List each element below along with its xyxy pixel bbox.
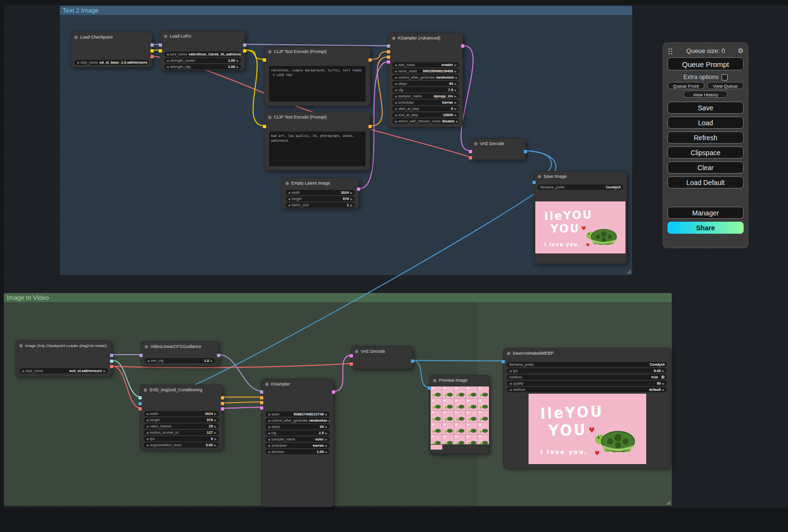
decrement-arrow-icon[interactable]: ◀ bbox=[394, 107, 397, 110]
increment-arrow-icon[interactable]: ▶ bbox=[454, 107, 457, 110]
node-load-checkpoint[interactable]: Load Checkpoint ◀ckpt_namesd_xl_base_1.0… bbox=[70, 32, 152, 67]
collapse-dot-icon[interactable] bbox=[74, 36, 78, 39]
widget-scheduler[interactable]: ◀schedulerkarras▶ bbox=[392, 100, 459, 105]
node-title-bar[interactable]: Load Checkpoint bbox=[71, 32, 152, 42]
samples-input-port[interactable] bbox=[350, 354, 353, 358]
widget-steps[interactable]: ◀steps40▶ bbox=[392, 81, 459, 86]
decrement-arrow-icon[interactable]: ◀ bbox=[146, 443, 149, 447]
increment-arrow-icon[interactable]: ▶ bbox=[329, 419, 330, 422]
widget-filename_prefix[interactable]: filename_prefixComfyUI bbox=[538, 185, 623, 190]
node-ksampler[interactable]: KSampler ◀seed508627498122746▶◀control_a… bbox=[261, 379, 334, 507]
widget-noise_seed[interactable]: ◀noise_seed990155496226408▶ bbox=[392, 68, 459, 74]
images-input-port[interactable] bbox=[428, 386, 431, 390]
vae-output-port[interactable] bbox=[150, 55, 154, 58]
node-title-bar[interactable]: Image Only Checkpoint Loader (img2vid mo… bbox=[16, 341, 111, 350]
increment-arrow-icon[interactable]: ▶ bbox=[454, 94, 457, 98]
clip-vision-input-port[interactable] bbox=[138, 396, 142, 399]
widget-strength_model[interactable]: ◀strength_model1.00▶ bbox=[164, 58, 241, 63]
widget-fps[interactable]: ◀fps6.00▶ bbox=[507, 368, 667, 373]
node-ksampler-advanced[interactable]: KSampler (Advanced) ◀add_noiseenable▶◀no… bbox=[388, 33, 463, 127]
decrement-arrow-icon[interactable]: ◀ bbox=[288, 191, 290, 194]
image-output-port[interactable] bbox=[411, 359, 414, 363]
decrement-arrow-icon[interactable]: ◀ bbox=[394, 69, 397, 73]
conditioning-output-port[interactable] bbox=[368, 58, 372, 62]
widget-add_noise[interactable]: ◀add_noiseenable▶ bbox=[392, 62, 459, 67]
node-clip-text-encode-negative[interactable]: CLIP Text Encode (Prompt) bad art, low q… bbox=[264, 112, 370, 171]
view-history-button[interactable]: View History bbox=[683, 91, 728, 98]
increment-arrow-icon[interactable]: ▶ bbox=[350, 197, 353, 200]
node-vae-decode[interactable]: VAE Decode bbox=[470, 138, 526, 160]
widget-return_with_leftover_noise[interactable]: ◀return_with_leftover_noisedisable▶ bbox=[392, 119, 459, 124]
increment-arrow-icon[interactable]: ▶ bbox=[456, 76, 458, 79]
widget-fps[interactable]: ◀fps6▶ bbox=[144, 436, 219, 441]
vae-output-port[interactable] bbox=[110, 365, 113, 368]
node-title-bar[interactable]: Save Image bbox=[534, 172, 626, 181]
widget-cfg[interactable]: ◀cfg2.5▶ bbox=[265, 430, 330, 436]
prompt-textarea[interactable]: bad art, low quality, 3d, photograph, an… bbox=[269, 132, 366, 166]
widget-lora_name[interactable]: ◀lora_namevalentines_Cards_XL.safetensor… bbox=[164, 52, 241, 57]
decrement-arrow-icon[interactable]: ◀ bbox=[394, 113, 397, 117]
decrement-arrow-icon[interactable]: ◀ bbox=[509, 382, 512, 385]
node-vae-decode-2[interactable]: VAE Decode bbox=[351, 346, 413, 369]
widget-seed[interactable]: ◀seed508627498122746▶ bbox=[265, 412, 330, 417]
increment-arrow-icon[interactable]: ▶ bbox=[325, 444, 327, 447]
widget-height[interactable]: ◀height576▶ bbox=[285, 196, 355, 201]
increment-arrow-icon[interactable]: ▶ bbox=[214, 425, 217, 428]
widget-control_after_generate[interactable]: ◀control_after_generaterandomize▶ bbox=[265, 418, 330, 423]
latent-input-port[interactable] bbox=[260, 406, 263, 410]
node-title-bar[interactable]: CLIP Text Encode (Prompt) bbox=[265, 47, 370, 56]
image-output-port[interactable] bbox=[524, 150, 527, 153]
collapse-dot-icon[interactable] bbox=[164, 35, 167, 38]
widget-height[interactable]: ◀height576▶ bbox=[144, 417, 219, 423]
increment-arrow-icon[interactable]: ▶ bbox=[662, 382, 665, 385]
decrement-arrow-icon[interactable]: ◀ bbox=[288, 203, 290, 207]
collapse-dot-icon[interactable] bbox=[507, 352, 510, 355]
node-preview-image[interactable]: Preview Image I♥I♥I♥I♥I♥I♥I♥I♥I♥I♥I♥I♥I♥… bbox=[429, 375, 489, 454]
widget-cfg[interactable]: ◀cfg7.5▶ bbox=[392, 87, 459, 93]
images-input-port[interactable] bbox=[502, 360, 505, 363]
node-title-bar[interactable]: VAE Decode bbox=[471, 139, 525, 148]
decrement-arrow-icon[interactable]: ◀ bbox=[394, 63, 397, 66]
refresh-button[interactable]: Refresh bbox=[667, 132, 744, 144]
positive-input-port[interactable] bbox=[260, 396, 263, 399]
decrement-arrow-icon[interactable]: ◀ bbox=[166, 53, 169, 56]
widget-width[interactable]: ◀width1024▶ bbox=[144, 411, 219, 416]
node-title-bar[interactable]: SaveAnimatedWEBP bbox=[503, 348, 670, 358]
increment-arrow-icon[interactable]: ▶ bbox=[236, 65, 239, 68]
decrement-arrow-icon[interactable]: ◀ bbox=[268, 450, 270, 453]
node-title-bar[interactable]: KSampler bbox=[262, 379, 333, 389]
latent-output-port[interactable] bbox=[461, 44, 464, 48]
node-empty-latent-image[interactable]: Empty Latent Image ◀width1024▶◀height576… bbox=[282, 178, 359, 209]
collapse-dot-icon[interactable] bbox=[265, 383, 269, 386]
increment-arrow-icon[interactable]: ▶ bbox=[325, 450, 327, 453]
widget-end_at_step[interactable]: ◀end_at_step10000▶ bbox=[392, 112, 459, 118]
increment-arrow-icon[interactable]: ▶ bbox=[214, 437, 217, 440]
group-title[interactable]: Image to Video bbox=[4, 293, 672, 302]
widget-augmentation_level[interactable]: ◀augmentation_level0.00▶ bbox=[144, 442, 219, 448]
model-input-port[interactable] bbox=[139, 354, 143, 357]
widget-sampler_name[interactable]: ◀sampler_namedpmpp_2m▶ bbox=[392, 93, 459, 99]
increment-arrow-icon[interactable]: ▶ bbox=[236, 59, 239, 62]
decrement-arrow-icon[interactable]: ◀ bbox=[146, 425, 149, 428]
clip-input-port[interactable] bbox=[263, 125, 266, 128]
node-image-only-checkpoint-loader[interactable]: Image Only Checkpoint Loader (img2vid mo… bbox=[15, 340, 112, 377]
widget-motion_bucket_id[interactable]: ◀motion_bucket_id127▶ bbox=[144, 430, 219, 435]
decrement-arrow-icon[interactable]: ◀ bbox=[394, 94, 397, 98]
widget-control_after_generate[interactable]: ◀control_after_generaterandomize▶ bbox=[392, 75, 459, 80]
collapse-dot-icon[interactable] bbox=[538, 175, 541, 178]
decrement-arrow-icon[interactable]: ◀ bbox=[509, 369, 512, 372]
increment-arrow-icon[interactable]: ▶ bbox=[214, 431, 217, 434]
collapse-dot-icon[interactable] bbox=[145, 345, 148, 348]
collapse-dot-icon[interactable] bbox=[433, 379, 436, 382]
increment-arrow-icon[interactable]: ▶ bbox=[662, 369, 665, 372]
node-title-bar[interactable]: VAE Decode bbox=[352, 346, 412, 356]
increment-arrow-icon[interactable]: ▶ bbox=[103, 369, 106, 372]
widget-scheduler[interactable]: ◀schedulerkarras▶ bbox=[265, 443, 330, 448]
widget-video_frames[interactable]: ◀video_frames25▶ bbox=[144, 424, 219, 429]
latent-output-port[interactable] bbox=[357, 187, 360, 191]
widget-filename_prefix[interactable]: filename_prefixComfyUI bbox=[507, 362, 667, 367]
manager-button[interactable]: Manager bbox=[667, 207, 744, 219]
node-clip-text-encode-positive[interactable]: CLIP Text Encode (Prompt) valentine, sim… bbox=[264, 46, 370, 106]
decrement-arrow-icon[interactable]: ◀ bbox=[146, 431, 149, 434]
decrement-arrow-icon[interactable]: ◀ bbox=[146, 437, 149, 440]
